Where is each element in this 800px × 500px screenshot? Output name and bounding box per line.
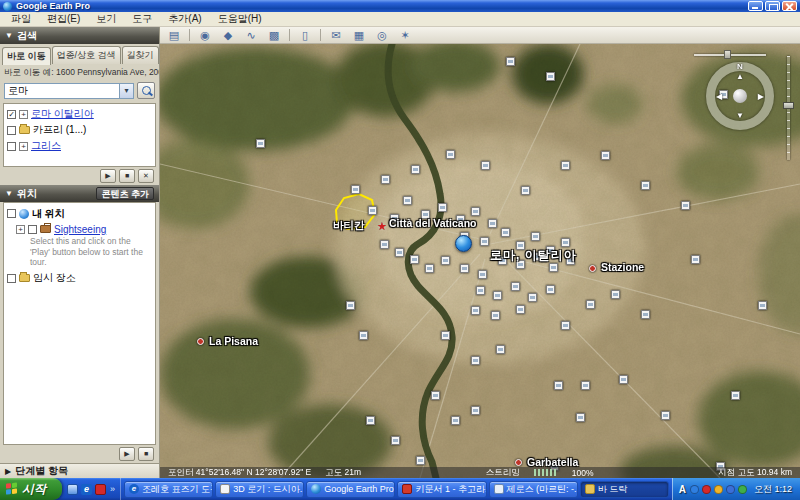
- combo-dropdown-icon[interactable]: ▾: [119, 84, 133, 98]
- search-button[interactable]: [137, 82, 155, 99]
- photo-icon[interactable]: [561, 321, 570, 330]
- photo-icon[interactable]: [561, 238, 570, 247]
- pan-down-arrow-icon[interactable]: ▼: [736, 111, 744, 120]
- zoom-slider-thumb[interactable]: [783, 102, 794, 109]
- photo-icon[interactable]: [641, 181, 650, 190]
- photo-icon[interactable]: [546, 285, 555, 294]
- photo-icon[interactable]: [758, 301, 767, 310]
- map-viewport[interactable]: 바티칸★Città del Vaticano로마, 이탈리아StazioneLa…: [160, 44, 800, 478]
- photo-icon[interactable]: [381, 175, 390, 184]
- add-path-icon[interactable]: ∿: [243, 28, 259, 43]
- add-content-button[interactable]: 콘텐츠 추가: [96, 187, 154, 200]
- photo-icon[interactable]: [586, 300, 595, 309]
- layers-panel-header[interactable]: ▶ 단계별 항목: [0, 463, 159, 478]
- ruler-icon[interactable]: ▯: [297, 28, 313, 43]
- photo-icon[interactable]: [691, 255, 700, 264]
- photo-icon[interactable]: [460, 264, 469, 273]
- photo-icon[interactable]: [619, 375, 628, 384]
- play-tour-button[interactable]: ▶: [119, 447, 135, 461]
- photo-icon[interactable]: [391, 436, 400, 445]
- search-result-row[interactable]: 카프리 (1...): [4, 122, 155, 138]
- checkbox[interactable]: [7, 142, 16, 151]
- photo-icon[interactable]: [471, 406, 480, 415]
- photo-icon[interactable]: [395, 248, 404, 257]
- checkbox[interactable]: [7, 126, 16, 135]
- quick-launch-chevron-icon[interactable]: »: [110, 484, 115, 494]
- photo-icon[interactable]: [511, 282, 520, 291]
- photo-icon[interactable]: [611, 290, 620, 299]
- photo-icon[interactable]: [601, 151, 610, 160]
- place-dot-marker[interactable]: [589, 265, 596, 272]
- stop-tour-button[interactable]: ■: [138, 447, 154, 461]
- expander-icon[interactable]: +: [16, 225, 25, 234]
- minimize-button[interactable]: [748, 1, 763, 11]
- task-button-document[interactable]: 키문서 1 - 추고라...: [397, 481, 486, 498]
- play-results-button[interactable]: ▶: [100, 169, 116, 183]
- photo-icon[interactable]: [493, 291, 502, 300]
- photo-icon[interactable]: [731, 391, 740, 400]
- add-placemark-icon[interactable]: ◉: [197, 28, 213, 43]
- photo-icon[interactable]: [491, 311, 500, 320]
- navigation-compass[interactable]: N ▲ ▼ ◀ ▶: [706, 62, 774, 130]
- search-result-marker[interactable]: [455, 235, 472, 252]
- tab-2[interactable]: 길찾기: [122, 46, 159, 64]
- pan-right-arrow-icon[interactable]: ▶: [758, 92, 764, 101]
- photo-icon[interactable]: [403, 196, 412, 205]
- menu-item-5[interactable]: 도움말(H): [211, 12, 269, 26]
- view-in-maps-icon[interactable]: ◎: [374, 28, 390, 43]
- photo-icon[interactable]: [516, 305, 525, 314]
- menu-item-3[interactable]: 도구: [125, 12, 159, 26]
- expander-icon[interactable]: +: [19, 110, 28, 119]
- search-panel-header[interactable]: ▼ 검색: [0, 27, 159, 44]
- start-button[interactable]: 시작: [0, 478, 62, 500]
- v3-quicklaunch-icon[interactable]: [95, 484, 106, 495]
- tab-1[interactable]: 업종/상호 검색: [52, 46, 121, 64]
- photo-icon[interactable]: [546, 72, 555, 81]
- checkbox[interactable]: [28, 225, 37, 234]
- compass-center-knob[interactable]: [733, 89, 747, 103]
- photo-icon[interactable]: [576, 413, 585, 422]
- photo-icon[interactable]: [496, 345, 505, 354]
- place-dot-marker[interactable]: [197, 338, 204, 345]
- placemark-star-icon[interactable]: ★: [377, 220, 387, 233]
- photo-icon[interactable]: [549, 263, 558, 272]
- photo-icon[interactable]: [416, 456, 425, 465]
- task-button-zeros[interactable]: 제로스 (마르틴: -...: [489, 481, 578, 498]
- photo-icon[interactable]: [531, 232, 540, 241]
- photo-icon[interactable]: [366, 416, 375, 425]
- tray-security-icon[interactable]: [702, 485, 711, 494]
- photo-icon[interactable]: [661, 411, 670, 420]
- task-button-3d[interactable]: 3D 로기 : 드시아...: [215, 481, 304, 498]
- photo-icon[interactable]: [488, 219, 497, 228]
- photo-icon[interactable]: [681, 201, 690, 210]
- checkbox[interactable]: [7, 274, 16, 283]
- task-button-folder[interactable]: 바 드락: [580, 481, 669, 498]
- photo-icon[interactable]: [368, 206, 377, 215]
- sidebar-toggle-icon[interactable]: ▤: [166, 28, 182, 43]
- close-button[interactable]: [782, 1, 797, 11]
- search-result-label[interactable]: 그리스: [31, 139, 61, 153]
- photo-icon[interactable]: [581, 381, 590, 390]
- photo-icon[interactable]: [561, 161, 570, 170]
- print-icon[interactable]: ▦: [351, 28, 367, 43]
- photo-icon[interactable]: [346, 301, 355, 310]
- menu-item-0[interactable]: 파일: [4, 12, 38, 26]
- photo-icon[interactable]: [476, 286, 485, 295]
- menu-item-2[interactable]: 보기: [89, 12, 123, 26]
- photo-icon[interactable]: [471, 207, 480, 216]
- add-image-overlay-icon[interactable]: ▩: [266, 28, 282, 43]
- photo-icon[interactable]: [480, 237, 489, 246]
- photo-icon[interactable]: [256, 139, 265, 148]
- photo-icon[interactable]: [438, 203, 447, 212]
- stop-results-button[interactable]: ■: [119, 169, 135, 183]
- photo-icon[interactable]: [528, 293, 537, 302]
- pan-up-arrow-icon[interactable]: ▲: [736, 72, 744, 81]
- clear-results-button[interactable]: ✕: [138, 169, 154, 183]
- photo-icon[interactable]: [431, 391, 440, 400]
- photo-icon[interactable]: [425, 264, 434, 273]
- tilt-slider[interactable]: [694, 50, 766, 59]
- add-polygon-icon[interactable]: ◆: [220, 28, 236, 43]
- menu-item-4[interactable]: 추가(A): [161, 12, 208, 26]
- tray-sync-icon[interactable]: [726, 485, 735, 494]
- photo-icon[interactable]: [380, 240, 389, 249]
